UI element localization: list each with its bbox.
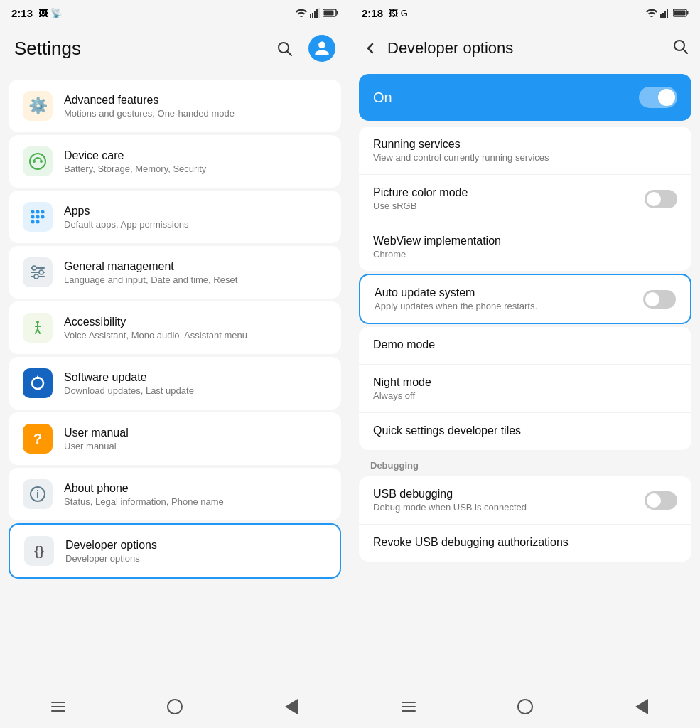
search-icon	[276, 40, 293, 57]
svg-point-24	[39, 270, 43, 274]
developer-options-icon: {}	[24, 536, 54, 566]
settings-item-accessibility[interactable]: Accessibility Voice Assistant, Mono audi…	[9, 301, 341, 354]
usb-debugging-title: USB debugging	[373, 488, 645, 500]
nav-back-button[interactable]	[277, 692, 306, 721]
signal-icon	[310, 8, 320, 18]
svg-rect-4	[318, 8, 320, 18]
svg-point-11	[33, 160, 36, 163]
user-manual-text: User manual User manual	[64, 427, 327, 451]
settings-item-apps[interactable]: Apps Default apps, App permissions	[9, 191, 341, 243]
auto-update-system-item[interactable]: Auto update system Apply updates when th…	[360, 275, 690, 323]
right-status-bar: 2:18 🖼 G	[350, 0, 700, 26]
accessibility-subtitle: Voice Assistant, Mono audio, Assistant m…	[64, 330, 327, 341]
picture-color-mode-toggle[interactable]	[645, 190, 677, 208]
quick-settings-tiles-item[interactable]: Quick settings developer tiles	[359, 413, 691, 450]
svg-rect-35	[660, 14, 662, 18]
svg-line-31	[38, 329, 40, 333]
general-management-text: General management Language and input, D…	[64, 260, 327, 285]
running-services-item[interactable]: Running services View and control curren…	[359, 127, 691, 175]
svg-rect-40	[687, 11, 689, 15]
night-mode-text: Night mode Always off	[373, 376, 677, 401]
advanced-features-icon: ⚙️	[23, 91, 53, 121]
right-time: 2:18	[362, 7, 383, 19]
right-battery-icon	[673, 9, 689, 17]
svg-point-18	[41, 215, 45, 219]
on-toggle-label: On	[373, 90, 392, 106]
dev-options-list: On Running services View and control cur…	[350, 71, 700, 685]
usb-debugging-item[interactable]: USB debugging Debug mode when USB is con…	[359, 476, 691, 525]
right-panel: 2:18 🖼 G Developer options	[350, 0, 700, 728]
settings-item-device-care[interactable]: Device care Battery, Storage, Memory, Se…	[9, 135, 341, 188]
demo-mode-item[interactable]: Demo mode	[359, 327, 691, 365]
user-manual-subtitle: User manual	[64, 441, 327, 451]
right-nav-home-button[interactable]	[511, 692, 539, 721]
revoke-usb-title: Revoke USB debugging authorizations	[373, 536, 677, 549]
demo-mode-text: Demo mode	[373, 338, 677, 353]
advanced-features-title: Advanced features	[64, 94, 327, 107]
picture-color-mode-item[interactable]: Picture color mode Use sRGB	[359, 175, 691, 223]
user-manual-icon-text: ?	[33, 431, 42, 447]
advanced-features-text: Advanced features Motions and gestures, …	[64, 94, 327, 119]
auto-update-system-title: Auto update system	[375, 287, 643, 299]
usb-debugging-toggle[interactable]	[645, 491, 677, 510]
developer-options-title: Developer options	[65, 539, 325, 552]
home-icon	[167, 699, 183, 714]
svg-rect-36	[662, 13, 664, 18]
right-search-icon	[672, 38, 689, 55]
developer-options-text: Developer options Developer options	[65, 539, 325, 564]
developer-options-on-toggle-card[interactable]: On	[359, 74, 691, 121]
device-care-icon	[23, 146, 53, 176]
left-header-icons	[271, 35, 335, 62]
back-button[interactable]	[362, 40, 379, 57]
developer-options-toggle[interactable]	[639, 87, 677, 108]
device-care-title: Device care	[64, 149, 327, 162]
auto-update-toggle[interactable]	[643, 290, 676, 309]
running-services-text: Running services View and control curren…	[373, 138, 677, 163]
svg-point-12	[40, 160, 43, 163]
accessibility-text: Accessibility Voice Assistant, Mono audi…	[64, 316, 327, 341]
auto-update-toggle-knob	[645, 292, 659, 306]
settings-item-general-management[interactable]: General management Language and input, D…	[9, 246, 341, 299]
svg-point-10	[30, 154, 45, 169]
svg-point-26	[34, 274, 38, 279]
accessibility-title: Accessibility	[64, 316, 327, 328]
right-nav-back-button[interactable]	[628, 692, 656, 721]
back-arrow-icon	[362, 40, 379, 57]
left-status-bar: 2:13 🖼 📡	[0, 0, 350, 26]
device-care-icon-svg	[28, 152, 47, 171]
right-wifi-icon	[646, 9, 657, 17]
right-nav-menu-button[interactable]	[394, 692, 423, 721]
right-back-icon	[635, 699, 648, 714]
settings-item-user-manual[interactable]: ? User manual User manual	[9, 412, 341, 465]
avatar-icon	[313, 40, 330, 57]
back-icon	[285, 699, 298, 714]
nav-menu-button[interactable]	[44, 692, 72, 721]
svg-rect-7	[324, 11, 334, 16]
right-header-title: Developer options	[387, 39, 663, 58]
webview-implementation-title: WebView implementation	[373, 235, 677, 247]
user-avatar-button[interactable]	[308, 35, 335, 62]
left-search-button[interactable]	[271, 36, 297, 61]
svg-rect-6	[337, 11, 338, 15]
night-mode-item[interactable]: Night mode Always off	[359, 365, 691, 413]
general-management-icon	[23, 257, 53, 287]
accessibility-icon-svg	[29, 319, 46, 336]
settings-item-about-phone[interactable]: i About phone Status, Legal information,…	[9, 468, 341, 520]
right-search-button[interactable]	[672, 38, 689, 59]
right-signal-icon	[660, 8, 670, 18]
demo-mode-title: Demo mode	[373, 338, 677, 351]
picture-color-mode-title: Picture color mode	[373, 186, 645, 199]
revoke-usb-item[interactable]: Revoke USB debugging authorizations	[359, 525, 691, 562]
right-menu-icon	[402, 702, 416, 712]
nav-home-button[interactable]	[161, 692, 189, 721]
general-management-title: General management	[64, 260, 327, 273]
svg-point-22	[32, 266, 36, 270]
settings-item-advanced-features[interactable]: ⚙️ Advanced features Motions and gesture…	[9, 80, 341, 132]
svg-rect-41	[674, 11, 686, 16]
settings-item-developer-options[interactable]: {} Developer options Developer options	[9, 523, 341, 579]
right-bottom-nav	[350, 685, 700, 728]
left-panel: 2:13 🖼 📡 Settings	[0, 0, 350, 728]
webview-implementation-item[interactable]: WebView implementation Chrome	[359, 223, 691, 271]
settings-item-software-update[interactable]: Software update Download updates, Last u…	[9, 357, 341, 410]
svg-point-16	[31, 215, 35, 219]
